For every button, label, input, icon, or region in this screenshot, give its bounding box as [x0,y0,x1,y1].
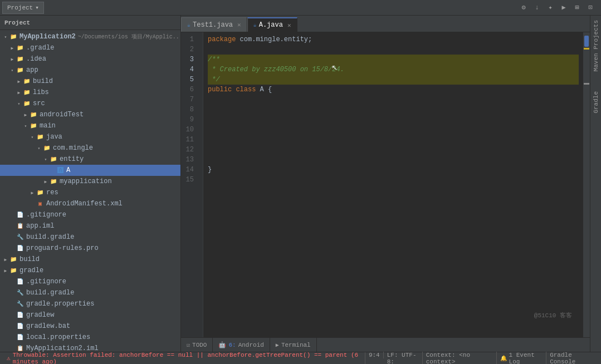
tab-A-close[interactable]: ✕ [287,22,291,29]
tree-root[interactable]: ▾ 📁 MyApplication2 ~/Documents/ios 项目/My… [0,31,180,42]
sidebar-item-build-gradle-app[interactable]: 🔧 build.gradle [0,232,180,243]
tab-test1-label: Test1.java [193,21,233,29]
editor-scrollbar[interactable] [583,32,590,337]
label-com-mingle: com.mingle [53,144,93,152]
sidebar-item-main[interactable]: ▾ 📁 main [0,120,180,131]
sidebar-item-A[interactable]: 🅰 A [0,165,180,176]
label-app-iml: app.iml [26,222,54,230]
sidebar-tree[interactable]: ▾ 📁 MyApplication2 ~/Documents/ios 项目/My… [0,30,180,352]
run-icon[interactable]: ▶ [558,2,570,14]
side-tab-maven[interactable]: Maven Projects [592,16,600,76]
settings-icon[interactable]: ⚙ [517,2,530,14]
sidebar-item-gradle-properties[interactable]: 🔧 gradle.properties [0,298,180,309]
sidebar-item-entity[interactable]: ▾ 📁 entity [0,154,180,165]
sidebar-item-res[interactable]: ▶ 📁 res [0,187,180,198]
iml-icon-app: 📋 [16,222,25,230]
file-icon-gradlew-bat: 📄 [16,322,25,331]
sidebar-item-myapp2-iml[interactable]: 📋 MyApplication2.iml [0,343,180,352]
folder-icon-idea: 📁 [16,55,25,63]
file-icon-gitignore-root: 📄 [16,277,25,286]
android-icon: 🤖 [218,341,226,348]
bottom-tab-android[interactable]: 🤖 6: Android [213,338,270,352]
sidebar-item-idea[interactable]: ▶ 📁 .idea [0,53,180,65]
sidebar-item-androidmanifest[interactable]: ▣ AndroidManifest.xml [0,198,180,209]
token-package-name: com.mingle.entity; [240,35,312,45]
line-num-13: 13 [181,155,198,165]
code-line-2 [208,45,579,55]
arrow-root: ▾ [2,33,9,40]
arrow-libs: ▶ [16,89,22,96]
code-line-14: } [208,165,579,175]
side-tab-gradle[interactable]: Gradle [592,87,600,118]
arrow-gradle-dir: ▶ [2,267,9,274]
android-num: 6: [228,342,236,348]
editor-area[interactable]: 1 2 3 4 5 6 7 8 9 10 11 12 13 14 15 pack… [181,32,590,337]
label-build: build [33,77,53,85]
sidebar-item-myapplication[interactable]: ▶ 📁 myapplication [0,176,180,187]
sidebar-item-com-mingle[interactable]: ▾ 📁 com.mingle [0,142,180,154]
token-classname: A { [256,85,272,95]
project-dropdown[interactable]: Project ▾ [2,2,44,14]
code-line-3: /** [208,55,579,65]
tab-A-label: A.java [259,21,283,29]
sidebar-item-gradle-dir[interactable]: ▶ 📁 gradle [0,265,180,276]
arrow-A [49,167,56,174]
sidebar-item-gradlew-bat[interactable]: 📄 gradlew.bat [0,321,180,332]
sidebar-item-java[interactable]: ▾ 📁 java [0,131,180,142]
sidebar-item-libs[interactable]: ▶ 📁 libs [0,87,180,98]
sidebar-item-src[interactable]: ▾ 📁 src [0,98,180,109]
status-event-log[interactable]: 🔔 1 Event Log [497,352,547,365]
arrow-idea: ▶ [9,56,16,62]
code-line-7 [208,95,579,105]
sidebar-item-androidtest[interactable]: ▶ 📁 androidTest [0,109,180,120]
code-content[interactable]: package com.mingle.entity; /** * Created… [203,32,583,337]
watermark: @51C10 客客 [534,311,572,321]
scroll-thumb[interactable] [584,36,589,47]
file-icon-proguard: 📄 [16,244,25,253]
line-num-8: 8 [181,105,198,115]
more-icon[interactable]: ⊡ [584,2,597,14]
sidebar-item-gitignore-app[interactable]: 📄 .gitignore [0,209,180,220]
scroll-marker-2 [584,83,589,85]
sidebar-item-build-dir[interactable]: ▶ 📁 build [0,254,180,265]
sidebar-item-build-gradle-root[interactable]: 🔧 build.gradle [0,287,180,298]
folder-icon-libs: 📁 [22,88,31,97]
sidebar-item-local-properties[interactable]: 📄 local.properties [0,332,180,343]
line-num-11: 11 [181,135,198,145]
tab-test1[interactable]: ☕ Test1.java ✕ [181,17,247,32]
debug-icon[interactable]: ⊞ [571,2,583,14]
bottom-tab-todo[interactable]: ☑ TODO [181,338,213,352]
sidebar-item-app[interactable]: ▾ 📁 app [0,65,180,76]
status-gradle-console[interactable]: Gradle Console [546,352,598,365]
sidebar-item-build[interactable]: ▶ 📁 build [0,76,180,87]
sidebar-item-app-iml[interactable]: 📋 app.iml [0,220,180,232]
code-line-15 [208,175,579,185]
arrow-androidtest: ▶ [22,111,29,118]
terminal-icon: ▶ [276,342,279,348]
context-label: Context: <no context> [426,352,493,365]
code-line-5: */ [208,75,579,85]
token-javadoc-start: /** [208,55,220,65]
label-androidtest: androidTest [40,111,84,119]
main-content: Project ▾ 📁 MyApplication2 ~/Documents/i… [0,16,601,352]
tab-test1-close[interactable]: ✕ [237,21,241,28]
line-numbers: 1 2 3 4 5 6 7 8 9 10 11 12 13 14 15 [181,32,203,337]
sidebar-item-gradlew[interactable]: 📄 gradlew [0,309,180,321]
bottom-tab-terminal[interactable]: ▶ Terminal [270,338,317,352]
sidebar-item-proguard[interactable]: 📄 proguard-rules.pro [0,243,180,254]
root-sublabel: ~/Documents/ios 项目/MyApplic... [78,33,180,41]
build-icon[interactable]: ✦ [544,2,556,14]
label-myapp2-iml: MyApplication2.iml [26,345,99,352]
tab-A[interactable]: ☕ A.java ✕ [247,17,297,32]
sidebar-item-gradle-wrapper[interactable]: ▶ 📁 .gradle [0,42,180,53]
code-line-13 [208,155,579,165]
label-main: main [40,122,56,130]
folder-icon-gradle: 📁 [16,43,25,52]
sidebar-item-gitignore-root[interactable]: 📄 .gitignore [0,276,180,287]
folder-icon-com-mingle: 📁 [42,144,51,153]
arrow-manifest [29,200,36,207]
tab-test1-icon: ☕ [187,22,190,28]
right-panel: ☕ Test1.java ✕ ☕ A.java ✕ 1 2 3 4 5 6 7 … [181,16,590,352]
sync-icon[interactable]: ↓ [531,2,543,14]
code-line-8 [208,105,579,115]
